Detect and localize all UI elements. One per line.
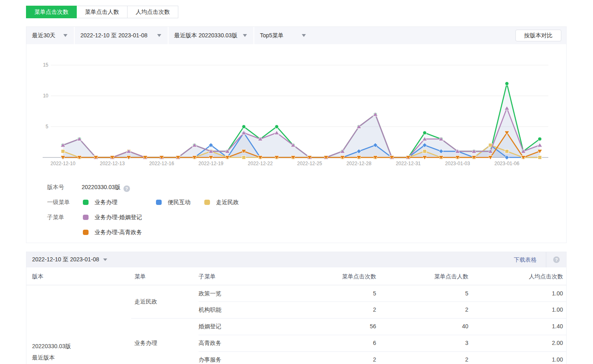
legend-item: 业务办理 — [83, 198, 117, 206]
line-chart: 510152022-12-102022-12-132022-12-162022-… — [26, 44, 567, 174]
legend-item: 便民互动 — [156, 198, 190, 206]
col-avg: 人均点击次数 — [482, 267, 563, 285]
svg-text:2022-12-13: 2022-12-13 — [100, 161, 125, 166]
help-icon[interactable]: ? — [123, 185, 130, 192]
table-row-avg: 1.00 — [482, 285, 563, 302]
legend-sub-row: 子菜单 业务办理-婚姻登记 — [47, 213, 535, 221]
divider — [199, 351, 566, 352]
filter-bar: 最近30天 2022-12-10 至 2023-01-08 最近版本 20220… — [26, 27, 566, 44]
svg-text:2023-01-06: 2023-01-06 — [494, 161, 519, 166]
divider — [546, 252, 546, 267]
tab-menu-clicks[interactable]: 菜单点击次数 — [26, 6, 77, 18]
table-row-avg: 2.00 — [482, 335, 563, 351]
table-row-clicks: 56 — [295, 318, 376, 335]
divider — [199, 302, 566, 302]
legend-version-row: 版本号 20220330.03版? — [47, 183, 64, 191]
series-swatch — [204, 200, 210, 205]
series-swatch — [156, 200, 162, 205]
legend-primary-row: 一级菜单 业务办理 便民互动 走近民政 — [47, 198, 535, 206]
filter-range-dropdown[interactable]: 最近30天 — [26, 27, 74, 44]
tab-avg-clicks[interactable]: 人均点击次数 — [128, 6, 178, 18]
col-users: 菜单点击人数 — [387, 267, 468, 285]
col-version: 版本 — [32, 267, 43, 285]
series-swatch — [83, 230, 89, 235]
table-row-avg: 1.40 — [482, 318, 563, 335]
svg-text:5: 5 — [45, 124, 48, 129]
filter-date-range-dropdown[interactable]: 2022-12-10 至 2023-01-08 — [75, 27, 168, 44]
col-clicks: 菜单点击次数 — [295, 267, 376, 285]
chart-card: 最近30天 2022-12-10 至 2023-01-08 最近版本 20220… — [26, 26, 567, 243]
table-row-submenu: 政策一览 — [199, 285, 221, 302]
table-row-clicks: 6 — [295, 335, 376, 351]
svg-text:2022-12-25: 2022-12-25 — [297, 161, 322, 166]
legend-item-label: 业务办理-高青政务 — [95, 228, 142, 236]
table-row-clicks: 2 — [295, 302, 376, 318]
legend-sub-label: 子菜单 — [47, 214, 64, 220]
table-row-avg: 1.00 — [482, 351, 563, 364]
chevron-down-icon — [63, 34, 67, 37]
table-row-clicks: 2 — [295, 351, 376, 364]
legend-item: 走近民政 — [204, 198, 239, 206]
chevron-down-icon — [157, 34, 161, 37]
table-row-users: 2 — [387, 302, 468, 318]
filter-top-menu-dropdown[interactable]: Top5菜单 — [254, 27, 312, 44]
table-row-users: 3 — [387, 335, 468, 351]
chevron-down-icon — [103, 258, 107, 261]
svg-text:2023-01-03: 2023-01-03 — [445, 161, 470, 166]
table-row-users: 5 — [387, 285, 468, 302]
table-column-header: 版本 菜单 子菜单 菜单点击次数 菜单点击人数 人均点击次数 — [26, 267, 566, 285]
divider — [199, 335, 566, 335]
svg-text:2022-12-16: 2022-12-16 — [149, 161, 174, 166]
table-date-range-dropdown[interactable]: 2022-12-10 至 2023-01-08 — [32, 256, 107, 263]
svg-text:2022-12-22: 2022-12-22 — [248, 161, 273, 166]
filter-range-label: 最近30天 — [32, 32, 56, 39]
svg-text:2022-12-31: 2022-12-31 — [396, 161, 421, 166]
table-date-range-label: 2022-12-10 至 2023-01-08 — [32, 256, 99, 263]
legend-item-label: 业务办理-婚姻登记 — [95, 213, 142, 221]
table-header-bar: 2022-12-10 至 2023-01-08 下载表格 ? — [26, 252, 566, 267]
menu-group-cell: 业务办理 — [134, 318, 157, 364]
table-row-submenu: 机构职能 — [199, 302, 221, 318]
table-row-submenu: 婚姻登记 — [199, 318, 221, 335]
svg-text:2022-12-10: 2022-12-10 — [50, 161, 76, 166]
chevron-down-icon — [302, 34, 306, 37]
legend-version-value: 20220330.03版? — [82, 183, 130, 192]
help-icon[interactable]: ? — [553, 256, 560, 263]
table-row-avg: 1.00 — [482, 302, 563, 318]
legend-item-label: 便民互动 — [168, 198, 190, 206]
series-swatch — [83, 200, 89, 205]
legend-primary-label: 一级菜单 — [47, 199, 70, 205]
download-table-link[interactable]: 下载表格 — [514, 252, 537, 267]
legend-version-label: 版本号 — [47, 184, 64, 190]
table-row-submenu: 高青政务 — [199, 335, 221, 351]
table-row-users: 40 — [387, 318, 468, 335]
menu-group-cell: 走近民政 — [134, 285, 157, 318]
version-name: 20220330.03版 — [32, 340, 71, 352]
legend-sub-row2: 业务办理-高青政务 — [47, 228, 535, 236]
svg-text:2022-12-28: 2022-12-28 — [346, 161, 372, 166]
legend-item: 业务办理-高青政务 — [83, 228, 142, 236]
metric-tabs: 菜单点击次数 菜单点击人数 人均点击次数 — [26, 6, 178, 18]
svg-text:2022-12-19: 2022-12-19 — [199, 161, 224, 166]
col-menu: 菜单 — [134, 267, 146, 285]
table-card: 2022-12-10 至 2023-01-08 下载表格 ? 版本 菜单 子菜单… — [26, 252, 567, 364]
svg-text:15: 15 — [43, 62, 49, 68]
compare-by-version-button[interactable]: 按版本对比 — [515, 30, 561, 41]
legend-item: 业务办理-婚姻登记 — [83, 213, 142, 221]
divider — [131, 318, 566, 319]
filter-version-label: 最近版本 20220330.03版 — [174, 32, 238, 39]
col-submenu: 子菜单 — [199, 267, 216, 285]
legend-item-label: 业务办理 — [95, 198, 117, 206]
series-swatch — [83, 215, 89, 220]
svg-text:10: 10 — [43, 93, 49, 99]
filter-top-menu-label: Top5菜单 — [260, 32, 284, 39]
legend-item-label: 走近民政 — [216, 198, 239, 206]
version-cell: 20220330.03版 最近版本 — [32, 340, 71, 363]
version-tag: 最近版本 — [32, 352, 71, 363]
chevron-down-icon — [243, 34, 247, 37]
tab-menu-users[interactable]: 菜单点击人数 — [77, 6, 128, 18]
filter-date-range-label: 2022-12-10 至 2023-01-08 — [80, 32, 147, 39]
table-row-submenu: 办事服务 — [199, 351, 221, 364]
filter-version-dropdown[interactable]: 最近版本 20220330.03版 — [169, 27, 253, 44]
table-row-clicks: 5 — [295, 285, 376, 302]
